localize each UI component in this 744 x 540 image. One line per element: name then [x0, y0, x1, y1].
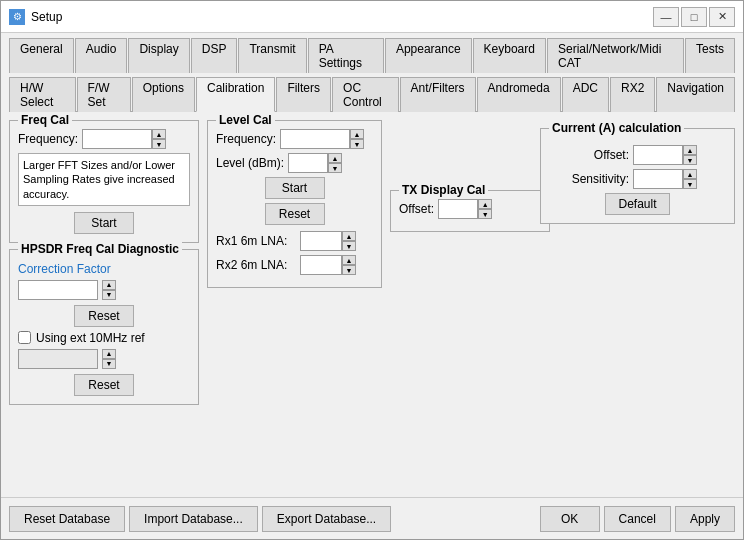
close-button[interactable]: ✕: [709, 7, 735, 27]
frequency-spin-down[interactable]: ▼: [152, 139, 166, 149]
frequency-row: Frequency: 20.000000 ▲ ▼: [18, 129, 190, 149]
level-dbm-row: Level (dBm): -20 ▲ ▼: [216, 153, 373, 173]
cancel-button[interactable]: Cancel: [604, 506, 671, 532]
tx-display-title: TX Display Cal: [399, 183, 488, 197]
rx1-lna-input[interactable]: 13.0: [300, 231, 342, 251]
tx-offset-row: Offset: 0.0 ▲ ▼: [399, 199, 541, 219]
footer-left: Reset Database Import Database... Export…: [9, 506, 391, 532]
current-sensitivity-input[interactable]: 120.0: [633, 169, 683, 189]
rx1-lna-spin-down[interactable]: ▼: [342, 241, 356, 251]
frequency-input[interactable]: 20.000000: [82, 129, 152, 149]
level-freq-spin-down[interactable]: ▼: [350, 139, 364, 149]
current-sensitivity-spin-buttons: ▲ ▼: [683, 169, 697, 189]
title-bar: ⚙ Setup — □ ✕: [1, 1, 743, 33]
tab-dsp[interactable]: DSP: [191, 38, 238, 73]
tab-keyboard[interactable]: Keyboard: [473, 38, 546, 73]
level-cal-reset-button[interactable]: Reset: [265, 203, 325, 225]
hpsdr-reset2-button[interactable]: Reset: [74, 374, 134, 396]
tab-serial[interactable]: Serial/Network/Midi CAT: [547, 38, 684, 73]
frequency-label: Frequency:: [18, 132, 78, 146]
correction-spin-up[interactable]: ▲: [102, 280, 116, 290]
freq-cal-start-button[interactable]: Start: [74, 212, 134, 234]
tab-display[interactable]: Display: [128, 38, 189, 73]
main-content: Freq Cal Frequency: 20.000000 ▲ ▼ Larger…: [1, 112, 743, 497]
current-offset-spin-up[interactable]: ▲: [683, 145, 697, 155]
correction-row: 0.99999912 ▲ ▼: [18, 280, 190, 300]
footer: Reset Database Import Database... Export…: [1, 497, 743, 539]
right-panel: TX Display Cal Offset: 0.0 ▲ ▼ Current (…: [390, 120, 735, 489]
rx1-lna-label: Rx1 6m LNA:: [216, 234, 296, 248]
hpsdr-diag-group: HPSDR Freq Cal Diagnostic Correction Fac…: [9, 249, 199, 405]
ext-ref-input[interactable]: 1.00000000: [18, 349, 98, 369]
ext-ref-spin-down[interactable]: ▼: [102, 359, 116, 369]
tab-navigation[interactable]: Navigation: [656, 77, 735, 112]
current-sensitivity-spin-down[interactable]: ▼: [683, 179, 697, 189]
rx2-lna-spin-down[interactable]: ▼: [342, 265, 356, 275]
tab-audio[interactable]: Audio: [75, 38, 128, 73]
level-dbm-label: Level (dBm):: [216, 156, 284, 170]
rx2-lna-input[interactable]: 13.0: [300, 255, 342, 275]
export-database-button[interactable]: Export Database...: [262, 506, 391, 532]
current-sensitivity-label: Sensitivity:: [549, 172, 629, 186]
frequency-spinbox: 20.000000 ▲ ▼: [82, 129, 166, 149]
ext-ref-value-row: 1.00000000 ▲ ▼: [18, 349, 190, 369]
import-database-button[interactable]: Import Database...: [129, 506, 258, 532]
tab-transmit[interactable]: Transmit: [238, 38, 306, 73]
rx2-lna-spin-up[interactable]: ▲: [342, 255, 356, 265]
correction-spin-buttons: ▲ ▼: [102, 280, 116, 300]
tab-tests[interactable]: Tests: [685, 38, 735, 73]
frequency-spin-up[interactable]: ▲: [152, 129, 166, 139]
tab-appearance[interactable]: Appearance: [385, 38, 472, 73]
rx2-lna-spinbox: 13.0 ▲ ▼: [300, 255, 356, 275]
level-freq-input[interactable]: 15.000000: [280, 129, 350, 149]
tab-oc-control[interactable]: OC Control: [332, 77, 399, 112]
level-dbm-input[interactable]: -20: [288, 153, 328, 173]
tab-andromeda[interactable]: Andromeda: [477, 77, 561, 112]
ok-button[interactable]: OK: [540, 506, 600, 532]
current-default-button[interactable]: Default: [605, 193, 669, 215]
current-sensitivity-spin-up[interactable]: ▲: [683, 169, 697, 179]
tab-pa-settings[interactable]: PA Settings: [308, 38, 384, 73]
reset-database-button[interactable]: Reset Database: [9, 506, 125, 532]
current-offset-spin-down[interactable]: ▼: [683, 155, 697, 165]
tab-options[interactable]: Options: [132, 77, 195, 112]
hpsdr-reset-button[interactable]: Reset: [74, 305, 134, 327]
rx2-lna-row: Rx2 6m LNA: 13.0 ▲ ▼: [216, 255, 373, 275]
tab-filters[interactable]: Filters: [276, 77, 331, 112]
tab-adc[interactable]: ADC: [562, 77, 609, 112]
tx-offset-spin-down[interactable]: ▼: [478, 209, 492, 219]
tx-offset-input[interactable]: 0.0: [438, 199, 478, 219]
level-freq-spinbox: 15.000000 ▲ ▼: [280, 129, 364, 149]
correction-spin-down[interactable]: ▼: [102, 290, 116, 300]
minimize-button[interactable]: —: [653, 7, 679, 27]
tab-fw-set[interactable]: F/W Set: [77, 77, 131, 112]
level-cal-start-button[interactable]: Start: [265, 177, 325, 199]
rx1-lna-spin-up[interactable]: ▲: [342, 231, 356, 241]
correction-input[interactable]: 0.99999912: [18, 280, 98, 300]
tab-rx2[interactable]: RX2: [610, 77, 655, 112]
current-calc-group: Current (A) calculation Offset: 360.0 ▲ …: [540, 128, 735, 224]
tab-hw-select[interactable]: H/W Select: [9, 77, 76, 112]
maximize-button[interactable]: □: [681, 7, 707, 27]
tab-row-1: General Audio Display DSP Transmit PA Se…: [1, 33, 743, 72]
ext-ref-checkbox[interactable]: [18, 331, 31, 344]
current-offset-input[interactable]: 360.0: [633, 145, 683, 165]
rx2-lna-spin-buttons: ▲ ▼: [342, 255, 356, 275]
current-offset-spin-buttons: ▲ ▼: [683, 145, 697, 165]
left-panel: Freq Cal Frequency: 20.000000 ▲ ▼ Larger…: [9, 120, 199, 489]
apply-button[interactable]: Apply: [675, 506, 735, 532]
current-sensitivity-row: Sensitivity: 120.0 ▲ ▼: [549, 169, 726, 189]
level-freq-label: Frequency:: [216, 132, 276, 146]
rx1-lna-spin-buttons: ▲ ▼: [342, 231, 356, 251]
rx1-lna-row: Rx1 6m LNA: 13.0 ▲ ▼: [216, 231, 373, 251]
tab-calibration[interactable]: Calibration: [196, 77, 275, 112]
window-title: Setup: [31, 10, 62, 24]
ext-ref-spin-up[interactable]: ▲: [102, 349, 116, 359]
level-dbm-spin-up[interactable]: ▲: [328, 153, 342, 163]
level-freq-spin-up[interactable]: ▲: [350, 129, 364, 139]
current-calc-title: Current (A) calculation: [549, 121, 684, 135]
tab-general[interactable]: General: [9, 38, 74, 73]
tab-ant-filters[interactable]: Ant/Filters: [400, 77, 476, 112]
tx-offset-spin-up[interactable]: ▲: [478, 199, 492, 209]
level-dbm-spin-down[interactable]: ▼: [328, 163, 342, 173]
